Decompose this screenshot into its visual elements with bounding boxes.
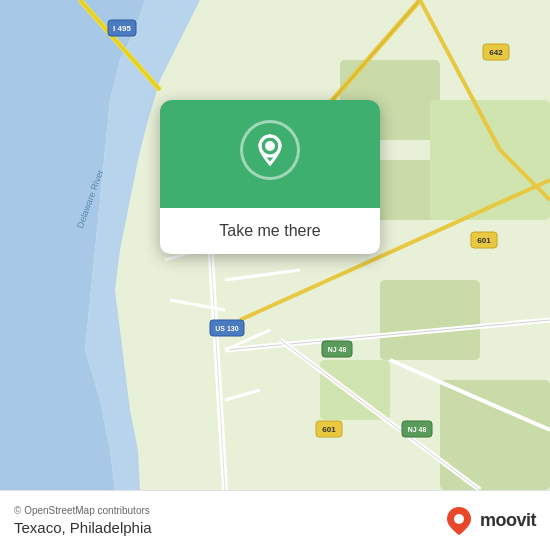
popup-card: Take me there [160,100,380,254]
svg-text:I 495: I 495 [113,24,131,33]
attribution-text: © OpenStreetMap contributors [14,505,152,516]
svg-rect-6 [320,360,390,420]
svg-rect-4 [380,280,480,360]
bottom-bar: © OpenStreetMap contributors Texaco, Phi… [0,490,550,550]
moovit-logo[interactable]: moovit [443,505,536,537]
bottom-left: © OpenStreetMap contributors Texaco, Phi… [14,505,152,536]
svg-text:601: 601 [477,236,491,245]
moovit-text: moovit [480,510,536,531]
svg-point-25 [454,514,464,524]
svg-point-24 [265,141,275,151]
map-area[interactable]: I 495 642 601 601 US 130 NJ 48 NJ 48 Del… [0,0,550,490]
location-icon-wrapper [240,120,300,180]
svg-text:US 130: US 130 [215,325,238,332]
svg-rect-3 [430,100,550,220]
moovit-icon [443,505,475,537]
svg-text:642: 642 [489,48,503,57]
svg-text:601: 601 [322,425,336,434]
location-label: Texaco, Philadelphia [14,519,152,536]
take-me-there-button[interactable]: Take me there [160,208,380,254]
svg-text:NJ 48: NJ 48 [408,426,427,433]
svg-text:NJ 48: NJ 48 [328,346,347,353]
location-pin-icon [252,132,288,168]
